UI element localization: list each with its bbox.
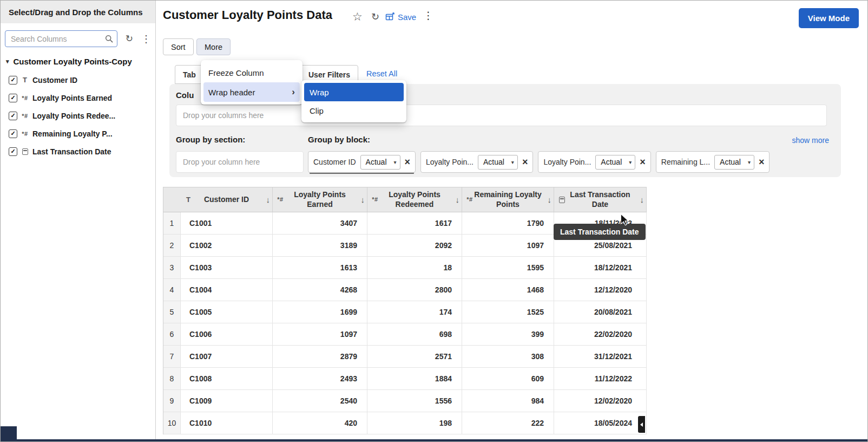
cell-points-redeemed: 1884 — [367, 368, 462, 390]
row-index: 3 — [163, 257, 181, 279]
table-row[interactable]: 7C10072879257130831/12/2021 — [163, 346, 647, 368]
table-row[interactable]: 5C10051699174152520/08/2021 — [163, 301, 647, 323]
chevron-down-icon: ▾ — [629, 159, 632, 165]
sort-descending-icon[interactable]: ↓ — [456, 194, 460, 205]
column-label: Loyalty Points Redee... — [32, 112, 115, 120]
chip-field-label: Remaining L... — [661, 158, 710, 166]
more-dropdown-menu: Freeze Column Wrap header › — [201, 60, 303, 105]
menu-item-freeze-column[interactable]: Freeze Column — [201, 63, 303, 82]
search-icon — [105, 35, 113, 43]
chevron-down-icon: ▾ — [393, 159, 396, 165]
submenu-item-clip[interactable]: Clip — [304, 101, 404, 120]
sidebar-column-item[interactable]: ✓TCustomer ID — [1, 71, 155, 89]
show-more-link[interactable]: show more — [792, 136, 829, 145]
table-header-cell[interactable]: *#Loyalty Points Redeemed↓ — [367, 187, 462, 212]
field-chip[interactable]: Loyalty Poin...Actual▾× — [420, 151, 533, 173]
mouse-cursor — [620, 214, 630, 226]
table-row[interactable]: 4C100442682800146812/12/2020 — [163, 279, 647, 301]
sort-descending-icon[interactable]: ↓ — [640, 194, 645, 205]
sort-descending-icon[interactable]: ↓ — [548, 194, 552, 205]
view-kebab-menu-icon[interactable]: ⋮ — [423, 10, 433, 21]
chip-remove-icon[interactable]: × — [522, 157, 528, 167]
horizontal-scroll-handle[interactable] — [638, 416, 645, 433]
menu-item-wrap-header[interactable]: Wrap header › — [203, 82, 300, 102]
chip-aggregate-select[interactable]: Actual▾ — [714, 155, 754, 170]
table-row[interactable]: 8C10082493188460911/12/2022 — [163, 368, 647, 390]
chip-aggregate-select[interactable]: Actual▾ — [595, 155, 635, 170]
text-type-icon: T — [184, 195, 193, 204]
row-index: 5 — [163, 301, 181, 323]
chevron-down-icon[interactable]: ▾ — [6, 58, 9, 65]
chip-remove-icon[interactable]: × — [405, 157, 411, 167]
cell-points-earned: 2879 — [273, 346, 367, 368]
chip-field-label: Loyalty Poin... — [543, 158, 591, 166]
refresh-columns-icon[interactable]: ↻ — [126, 34, 133, 43]
cell-points-redeemed: 1556 — [367, 390, 462, 412]
table-body: 1C100134071617179018/11/20232C1002318920… — [163, 212, 647, 434]
tree-root[interactable]: ▾ Customer Loyalty Points-Copy — [6, 57, 155, 66]
view-mode-button[interactable]: View Mode — [799, 8, 859, 28]
cell-remaining-points: 609 — [462, 368, 554, 390]
tree-root-label: Customer Loyalty Points-Copy — [14, 57, 132, 66]
sidebar-kebab-menu-icon[interactable]: ⋮ — [141, 34, 151, 44]
chip-aggregate-select[interactable]: Actual▾ — [478, 155, 518, 170]
cell-last-transaction-date: 11/12/2022 — [554, 368, 647, 390]
column-checkbox[interactable]: ✓ — [9, 129, 17, 138]
save-button[interactable]: Save — [385, 12, 416, 22]
section-dropzone[interactable]: Drop your column here — [176, 151, 304, 173]
chip-aggregate-select[interactable]: Actual▾ — [360, 155, 400, 170]
table-row[interactable]: 6C1006109769839922/02/2020 — [163, 323, 647, 346]
table-row[interactable]: 3C1003161318159518/12/2021 — [163, 257, 647, 279]
sort-button[interactable]: Sort — [163, 38, 194, 55]
cell-last-transaction-date: 22/02/2020 — [554, 323, 647, 346]
search-input[interactable] — [5, 30, 117, 47]
table-header-cell[interactable]: TCustomer ID↓ — [181, 187, 273, 212]
sidebar-column-item[interactable]: ✓*#Loyalty Points Earned — [1, 89, 155, 107]
column-header-label: Customer ID — [204, 195, 249, 205]
calendar-icon — [17, 148, 32, 155]
table-header-cell[interactable]: *#Remaining Loyalty Points↓ — [462, 187, 554, 212]
column-checkbox[interactable]: ✓ — [9, 76, 17, 84]
more-button[interactable]: More — [196, 38, 231, 55]
search-box — [5, 30, 117, 47]
cell-points-redeemed: 174 — [367, 301, 462, 323]
submenu-item-wrap[interactable]: Wrap — [304, 83, 404, 101]
reset-all-link[interactable]: Reset All — [366, 69, 397, 78]
sort-descending-icon[interactable]: ↓ — [361, 194, 365, 205]
table-header-cell[interactable]: *#Loyalty Points Earned↓ — [273, 187, 367, 212]
favorite-star-icon[interactable]: ☆ — [352, 11, 363, 22]
column-checkbox[interactable]: ✓ — [9, 147, 17, 156]
row-index: 10 — [163, 412, 181, 434]
cell-customer-id: C1009 — [181, 390, 273, 412]
column-header-label: Loyalty Points Redeemed — [378, 190, 451, 209]
field-chip[interactable]: Loyalty Poin...Actual▾× — [538, 151, 650, 173]
column-label: Customer ID — [32, 76, 77, 84]
column-checkbox[interactable]: ✓ — [9, 112, 17, 120]
sidebar-column-item[interactable]: ✓Last Transaction Date — [1, 142, 155, 160]
sidebar-column-item[interactable]: ✓*#Loyalty Points Redee... — [1, 107, 155, 125]
refresh-view-icon[interactable]: ↻ — [371, 12, 379, 22]
number-type-icon: *# — [17, 113, 32, 119]
chip-aggregate-value: Actual — [483, 158, 504, 166]
chip-remove-icon[interactable]: × — [640, 157, 646, 167]
cell-last-transaction-date: 20/08/2021 — [554, 301, 647, 323]
row-index: 1 — [163, 212, 181, 235]
sidebar-column-item[interactable]: ✓*#Remaining Loyalty P... — [1, 125, 155, 142]
chip-field-label: Loyalty Poin... — [426, 158, 474, 166]
group-by-block-label: Group by block: — [308, 135, 370, 144]
column-checkbox[interactable]: ✓ — [9, 94, 17, 102]
chip-remove-icon[interactable]: × — [759, 157, 765, 167]
cell-remaining-points: 1468 — [462, 279, 554, 301]
table-header-cell[interactable]: Last Transaction Date↓ — [554, 187, 647, 212]
cell-last-transaction-date: 18/12/2021 — [554, 257, 647, 279]
column-label: Loyalty Points Earned — [32, 94, 112, 102]
columns-dropzone[interactable]: Drop your columns here — [176, 105, 827, 126]
table-row[interactable]: 9C10092540155698412/02/2020 — [163, 390, 647, 412]
sort-descending-icon[interactable]: ↓ — [266, 194, 271, 205]
bottom-left-corner-bar — [1, 426, 17, 440]
chip-aggregate-value: Actual — [601, 158, 622, 166]
table-row[interactable]: 10C101042019822218/05/2024 — [163, 412, 647, 434]
cell-remaining-points: 1525 — [462, 301, 554, 323]
field-chip[interactable]: Remaining L...Actual▾× — [656, 151, 770, 173]
field-chip[interactable]: Customer IDActual▾× — [308, 151, 416, 173]
